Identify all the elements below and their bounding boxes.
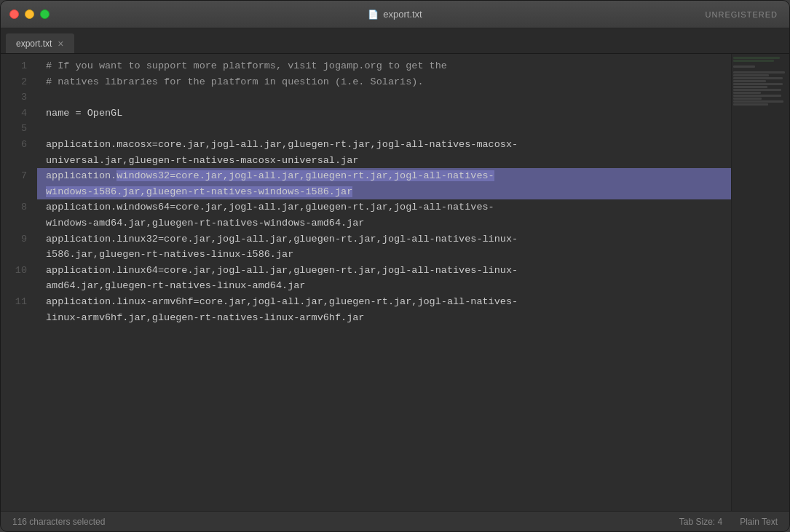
status-tab-size[interactable]: Tab Size: 4	[679, 517, 722, 527]
minimap[interactable]	[731, 54, 789, 511]
code-line-11b: linux-armv6hf.jar,gluegen-rt-natives-lin…	[37, 310, 731, 326]
line-numbers: 1 2 3 4 5 6 7 8 9 10 11	[1, 54, 37, 511]
line-num	[1, 215, 27, 231]
tab-bar: export.txt ×	[1, 28, 789, 54]
code-editor[interactable]: # If you want to support more platforms,…	[37, 54, 731, 511]
selected-text-7a: windows32=core.jar,jogl-all.jar,gluegen-…	[116, 170, 494, 181]
close-button[interactable]	[9, 9, 19, 19]
maximize-button[interactable]	[40, 9, 50, 19]
code-line-8a: application.windows64=core.jar,jogl-all.…	[37, 199, 731, 215]
code-line-4: name = OpenGL	[37, 106, 731, 122]
line-num: 6	[1, 137, 27, 153]
selected-text-7b: windows-i586.jar,gluegen-rt-natives-wind…	[46, 186, 352, 197]
line-num: 11	[1, 294, 27, 310]
line-num: 8	[1, 199, 27, 215]
code-line-7a: application.windows32=core.jar,jogl-all.…	[37, 168, 731, 184]
code-line-1: # If you want to support more platforms,…	[37, 58, 731, 74]
minimap-content	[732, 54, 789, 109]
code-line-9b: i586.jar,gluegen-rt-natives-linux-i586.j…	[37, 247, 731, 263]
line-num: 9	[1, 231, 27, 247]
code-line-6b: universal.jar,gluegen-rt-natives-macosx-…	[37, 153, 731, 169]
line-num: 2	[1, 74, 27, 90]
code-line-3	[37, 90, 731, 106]
line-num	[1, 153, 27, 169]
line-num: 3	[1, 90, 27, 106]
status-right: Tab Size: 4 Plain Text	[679, 517, 778, 527]
line-num: 4	[1, 106, 27, 122]
file-icon: 📄	[368, 9, 379, 20]
title-bar: 📄 export.txt UNREGISTERED	[1, 1, 789, 28]
tab-export-txt[interactable]: export.txt ×	[5, 33, 75, 53]
editor-area: 1 2 3 4 5 6 7 8 9 10 11 # If you want to…	[1, 54, 789, 511]
tab-label: export.txt	[16, 39, 52, 49]
code-line-7b: windows-i586.jar,gluegen-rt-natives-wind…	[37, 184, 731, 200]
code-line-9a: application.linux32=core.jar,jogl-all.ja…	[37, 231, 731, 247]
code-line-2: # natives libraries for the platform in …	[37, 74, 731, 90]
unregistered-label: UNREGISTERED	[706, 10, 778, 19]
line-num: 10	[1, 263, 27, 279]
status-syntax[interactable]: Plain Text	[740, 517, 778, 527]
line-num	[1, 184, 27, 200]
tab-close-button[interactable]: ×	[58, 39, 63, 49]
status-bar: 116 characters selected Tab Size: 4 Plai…	[1, 511, 789, 531]
main-window: 📄 export.txt UNREGISTERED export.txt × 1…	[0, 0, 790, 532]
line-num	[1, 278, 27, 294]
title-bar-content: 📄 export.txt	[368, 9, 422, 20]
code-line-8b: windows-amd64.jar,gluegen-rt-natives-win…	[37, 215, 731, 231]
line-num: 5	[1, 121, 27, 137]
code-line-10b: amd64.jar,gluegen-rt-natives-linux-amd64…	[37, 278, 731, 294]
line-num: 1	[1, 58, 27, 74]
status-selection: 116 characters selected	[12, 517, 679, 527]
line-num	[1, 247, 27, 263]
code-line-10a: application.linux64=core.jar,jogl-all.ja…	[37, 263, 731, 279]
minimize-button[interactable]	[25, 9, 34, 19]
line-num	[1, 310, 27, 326]
line-num: 7	[1, 168, 27, 184]
code-line-6a: application.macosx=core.jar,jogl-all.jar…	[37, 137, 731, 153]
traffic-lights	[9, 9, 50, 19]
window-title: export.txt	[383, 9, 422, 20]
code-line-11a: application.linux-armv6hf=core.jar,jogl-…	[37, 294, 731, 310]
code-line-5	[37, 121, 731, 137]
